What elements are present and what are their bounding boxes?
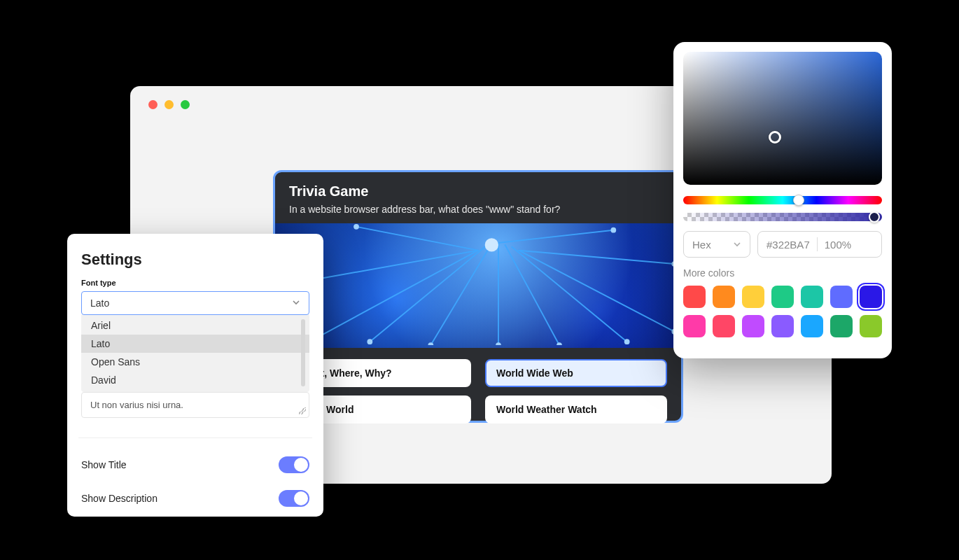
- trivia-answer[interactable]: World Wide Web: [485, 359, 667, 387]
- hex-input[interactable]: #322BA7 100%: [757, 231, 882, 258]
- color-swatch[interactable]: [742, 315, 764, 337]
- more-colors-label: More colors: [683, 267, 882, 279]
- settings-title: Settings: [81, 251, 309, 269]
- color-swatch[interactable]: [830, 286, 853, 308]
- svg-line-5: [512, 247, 626, 342]
- toggle-label: Show Title: [81, 459, 127, 470]
- color-picker-panel: Hex #322BA7 100% More colors: [673, 42, 892, 358]
- color-swatch[interactable]: [771, 286, 794, 308]
- color-swatch[interactable]: [683, 286, 706, 308]
- color-swatch[interactable]: [742, 286, 764, 308]
- font-type-label: Font type: [81, 279, 309, 287]
- alpha-value: 100%: [825, 239, 851, 251]
- satval-handle[interactable]: [769, 131, 781, 144]
- trivia-question: In a website browser address bar, what d…: [289, 204, 667, 215]
- trivia-answers: What, Where, Why?World Wide WebWest Worl…: [289, 359, 667, 424]
- color-swatch[interactable]: [830, 315, 853, 337]
- trivia-answer[interactable]: World Weather Watch: [485, 396, 667, 424]
- color-swatches: [683, 286, 882, 337]
- toggle-row: Show Title: [81, 448, 309, 482]
- chevron-down-icon: [733, 239, 741, 251]
- svg-line-0: [316, 251, 478, 339]
- window-close-icon[interactable]: [148, 100, 158, 109]
- hue-slider[interactable]: [683, 196, 882, 204]
- toggle-switch[interactable]: [279, 456, 309, 473]
- svg-line-10: [356, 227, 478, 251]
- hex-value: #322BA7: [766, 239, 810, 251]
- color-swatch[interactable]: [860, 286, 882, 308]
- font-type-value: Lato: [90, 298, 109, 309]
- font-type-dropdown: ArielLatoOpen SansDavid: [81, 314, 309, 392]
- svg-point-21: [354, 224, 359, 230]
- color-swatch[interactable]: [713, 315, 735, 337]
- window-minimize-icon[interactable]: [164, 100, 174, 109]
- svg-line-4: [505, 245, 559, 345]
- description-textarea[interactable]: Ut non varius nisi urna.: [81, 392, 309, 418]
- font-option[interactable]: Lato: [81, 335, 309, 353]
- svg-point-20: [610, 227, 616, 233]
- divider: [78, 438, 312, 438]
- color-swatch[interactable]: [713, 286, 735, 308]
- scrollbar[interactable]: [301, 319, 305, 386]
- font-option[interactable]: Ariel: [81, 316, 309, 335]
- trivia-card: Trivia Game In a website browser address…: [273, 170, 683, 423]
- color-swatch[interactable]: [683, 315, 706, 337]
- svg-point-12: [367, 339, 372, 344]
- window-controls: [148, 100, 190, 109]
- color-swatch[interactable]: [801, 315, 823, 337]
- alpha-handle[interactable]: [869, 211, 880, 223]
- toggle-row: Show Description: [81, 482, 309, 515]
- toggle-label: Show Description: [81, 493, 158, 504]
- svg-line-9: [491, 230, 613, 244]
- alpha-slider[interactable]: [683, 213, 882, 221]
- trivia-title: Trivia Game: [289, 183, 667, 200]
- svg-line-1: [370, 247, 484, 342]
- color-swatch[interactable]: [771, 315, 794, 337]
- toggle-switch[interactable]: [279, 490, 309, 507]
- svg-point-16: [624, 339, 630, 344]
- svg-point-14: [496, 342, 501, 345]
- chevron-down-icon: [292, 298, 300, 309]
- color-swatch[interactable]: [860, 315, 882, 337]
- color-mode-select[interactable]: Hex: [683, 231, 750, 258]
- settings-panel: Settings Font type Lato ArielLatoOpen Sa…: [67, 234, 323, 517]
- hue-handle[interactable]: [793, 195, 804, 206]
- trivia-image: [275, 223, 681, 348]
- color-swatch[interactable]: [801, 286, 823, 308]
- svg-point-22: [485, 238, 498, 251]
- font-option[interactable]: David: [81, 371, 309, 389]
- saturation-value-field[interactable]: [683, 52, 882, 185]
- window-maximize-icon[interactable]: [181, 100, 190, 109]
- font-option[interactable]: Open Sans: [81, 353, 309, 371]
- font-type-select[interactable]: Lato: [81, 291, 309, 315]
